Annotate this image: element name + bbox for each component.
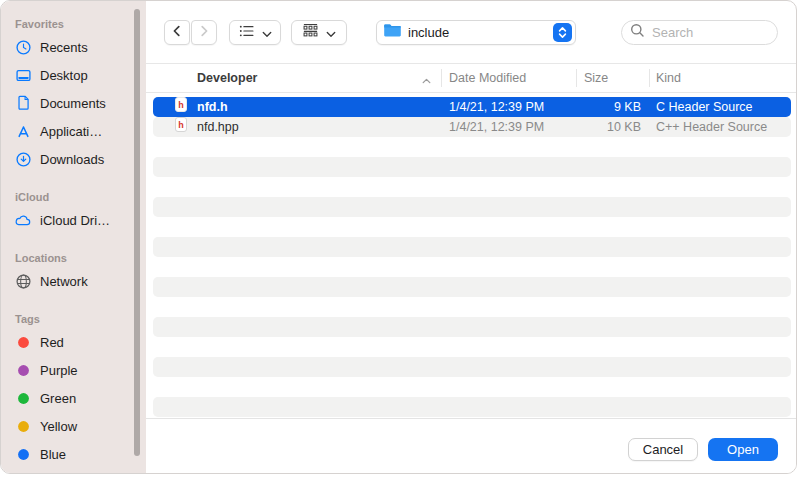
empty-row-stripe [153,157,791,177]
column-separator[interactable] [576,69,577,87]
sidebar-item-label: Downloads [40,152,104,167]
file-kind: C++ Header Source [656,117,767,137]
sidebar-section-header: iCloud [15,191,146,203]
tag-dot-icon [14,445,33,464]
search-icon [630,23,645,42]
column-header-date-modified[interactable]: Date Modified [449,64,526,92]
dialog-footer: Cancel Open [146,418,796,473]
sort-ascending-icon[interactable] [421,74,432,88]
globe-icon [14,272,33,291]
sidebar-item-all-tags[interactable]: All Tags [1,468,146,473]
column-separator[interactable] [649,69,650,87]
tag-dot-icon [14,361,33,380]
sidebar-item-green[interactable]: Green [1,384,146,412]
cancel-button[interactable]: Cancel [628,438,698,461]
sidebar-item-downloads[interactable]: Downloads [1,145,146,173]
sidebar-item-network[interactable]: Network [1,267,146,295]
chevron-left-icon [171,24,183,42]
header-file-icon: h [175,117,187,132]
sidebar-item-applicati[interactable]: Applicati… [1,117,146,145]
sidebar-section-header: Favorites [15,18,146,30]
chevron-right-icon [198,24,210,42]
sidebar: FavoritesRecentsDesktopDocumentsApplicat… [1,1,146,473]
sidebar-item-label: Blue [40,447,66,462]
file-list: hnfd.h1/4/21, 12:39 PM9 KBC Header Sourc… [146,93,796,419]
document-icon [14,94,33,113]
sidebar-item-label: Desktop [40,68,88,83]
empty-row-stripe [153,197,791,217]
sidebar-item-label: Purple [40,363,78,378]
group-view-icon [302,23,319,42]
appstore-a-icon [14,122,33,141]
sidebar-item-label: Recents [40,40,88,55]
sidebar-item-recents[interactable]: Recents [1,33,146,61]
empty-row-stripe [153,277,791,297]
current-folder-label: include [408,25,547,40]
file-name: nfd.hpp [197,117,239,137]
column-header-developer[interactable]: Developer [197,64,257,92]
search-input[interactable] [650,24,769,41]
sidebar-item-desktop[interactable]: Desktop [1,61,146,89]
file-size: 9 KB [535,97,641,117]
all-tags-circle-icon [14,473,33,474]
download-circle-icon [14,150,33,169]
column-header-kind[interactable]: Kind [656,64,681,92]
clock-icon [14,38,33,57]
current-folder-dropdown[interactable]: include [376,20,576,45]
chevron-down-icon [326,24,336,42]
empty-row-stripe [153,317,791,337]
sidebar-item-label: Network [40,274,88,289]
search-field[interactable] [621,20,778,45]
forward-button[interactable] [191,20,217,45]
sidebar-item-icloud-dri[interactable]: iCloud Dri… [1,206,146,234]
sidebar-item-label: Green [40,391,76,406]
file-date-modified: 1/4/21, 12:39 PM [449,97,544,117]
header-file-icon: h [175,97,187,112]
sidebar-item-yellow[interactable]: Yellow [1,412,146,440]
file-row-nfd.hpp[interactable]: hnfd.hpp1/4/21, 12:39 PM10 KBC++ Header … [153,117,791,137]
list-view-icon [239,24,255,42]
column-header-size[interactable]: Size [584,64,608,92]
popup-stepper-icon [553,23,572,42]
sidebar-section-header: Locations [15,252,146,264]
empty-row-stripe [153,237,791,257]
folder-icon [383,23,402,42]
sidebar-item-label: Red [40,335,64,350]
group-view-button[interactable] [291,20,347,45]
chevron-down-icon [262,24,272,42]
tag-dot-icon [14,333,33,352]
sidebar-item-documents[interactable]: Documents [1,89,146,117]
sidebar-item-label: Documents [40,96,106,111]
sidebar-item-red[interactable]: Red [1,328,146,356]
file-date-modified: 1/4/21, 12:39 PM [449,117,544,137]
dialog-main: include Developer Date Modified Size Kin… [146,1,796,473]
table-header: Developer Date Modified Size Kind [146,63,796,93]
column-separator[interactable] [441,69,442,87]
sidebar-item-purple[interactable]: Purple [1,356,146,384]
tag-dot-icon [14,417,33,436]
sidebar-item-label: Yellow [40,419,77,434]
list-view-button[interactable] [229,20,281,45]
sidebar-sections: FavoritesRecentsDesktopDocumentsApplicat… [1,18,146,473]
empty-row-stripe [153,357,791,377]
back-button[interactable] [164,20,190,45]
empty-row-stripe [153,397,791,417]
file-size: 10 KB [535,117,641,137]
sidebar-scrollbar[interactable] [134,9,140,456]
tag-dot-icon [14,389,33,408]
sidebar-item-label: Applicati… [40,124,102,139]
file-kind: C Header Source [656,97,753,117]
sidebar-item-label: iCloud Dri… [40,213,110,228]
file-name: nfd.h [197,97,228,117]
sidebar-item-blue[interactable]: Blue [1,440,146,468]
desktop-icon [14,66,33,85]
open-file-dialog: FavoritesRecentsDesktopDocumentsApplicat… [0,0,797,474]
open-button[interactable]: Open [708,438,778,461]
cloud-icon [14,211,33,230]
sidebar-section-header: Tags [15,313,146,325]
file-row-nfd.h[interactable]: hnfd.h1/4/21, 12:39 PM9 KBC Header Sourc… [153,97,791,117]
